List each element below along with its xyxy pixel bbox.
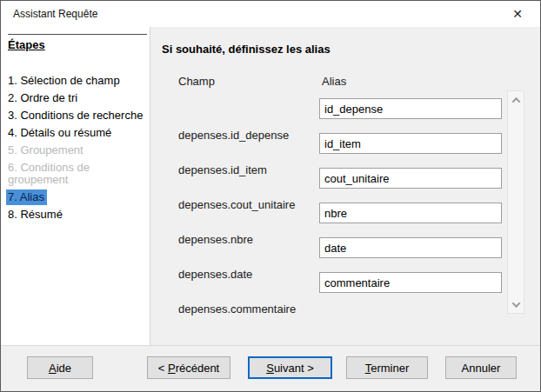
title-bar: Assistant Requête ✕ <box>1 1 540 27</box>
field-label: depenses.cout_unitaire <box>178 198 295 211</box>
close-icon: ✕ <box>512 7 523 21</box>
alias-input-id-item[interactable] <box>319 133 502 154</box>
field-label: depenses.id_item <box>178 163 267 176</box>
steps-sidebar: Étapes 1. Sélection de champ 2. Ordre de… <box>1 27 150 345</box>
steps-list: 1. Sélection de champ 2. Ordre de tri 3.… <box>1 72 150 223</box>
step-item-detail-or-summary[interactable]: 4. Détails ou résumé <box>1 124 150 142</box>
field-label: depenses.id_depense <box>178 129 289 142</box>
close-button[interactable]: ✕ <box>499 1 536 27</box>
alias-input-cout-unitaire[interactable] <box>319 168 502 189</box>
step-item-aliases-current[interactable]: 7. Alias <box>1 189 150 206</box>
next-button[interactable]: Suivant > <box>248 356 332 379</box>
step-item-grouping-conditions: 6. Conditions de groupement <box>1 159 150 189</box>
dialog-title: Assistant Requête <box>13 8 97 20</box>
scroll-up-button[interactable] <box>508 93 524 107</box>
chevron-up-icon <box>511 96 520 105</box>
field-label: depenses.nbre <box>178 233 253 246</box>
vertical-scrollbar[interactable] <box>507 90 524 314</box>
alias-panel: Si souhaité, définissez les alias Champ … <box>150 27 540 345</box>
steps-divider <box>8 34 147 35</box>
step-item-field-selection[interactable]: 1. Sélection de champ <box>1 72 150 90</box>
alias-input-commentaire[interactable] <box>319 272 502 293</box>
button-bar: Aide < Précédent Suivant > Terminer Annu… <box>1 345 540 391</box>
alias-input-date[interactable] <box>319 237 502 258</box>
column-header-field: Champ <box>178 75 215 88</box>
field-label: depenses.date <box>178 268 252 281</box>
alias-input-id-depense[interactable] <box>319 98 502 119</box>
step-item-search-conditions[interactable]: 3. Conditions de recherche <box>1 107 150 124</box>
cancel-button[interactable]: Annuler <box>445 356 517 379</box>
panel-heading: Si souhaité, définissez les alias <box>162 43 331 56</box>
step-item-sorting-order[interactable]: 2. Ordre de tri <box>1 90 150 107</box>
scroll-down-button[interactable] <box>508 297 524 311</box>
help-button[interactable]: Aide <box>27 356 93 379</box>
alias-input-nbre[interactable] <box>319 203 502 223</box>
field-label: depenses.commentaire <box>178 302 296 316</box>
step-item-grouping: 5. Groupement <box>1 142 150 159</box>
dialog-body: Étapes 1. Sélection de champ 2. Ordre de… <box>1 27 540 345</box>
previous-button[interactable]: < Précédent <box>147 356 230 379</box>
chevron-down-icon <box>511 299 520 308</box>
finish-button[interactable]: Terminer <box>346 356 428 379</box>
steps-heading: Étapes <box>8 38 45 51</box>
step-item-overview[interactable]: 8. Résumé <box>1 206 150 223</box>
column-header-alias: Alias <box>322 75 346 88</box>
query-wizard-dialog: Assistant Requête ✕ Étapes 1. Sélection … <box>0 0 541 392</box>
